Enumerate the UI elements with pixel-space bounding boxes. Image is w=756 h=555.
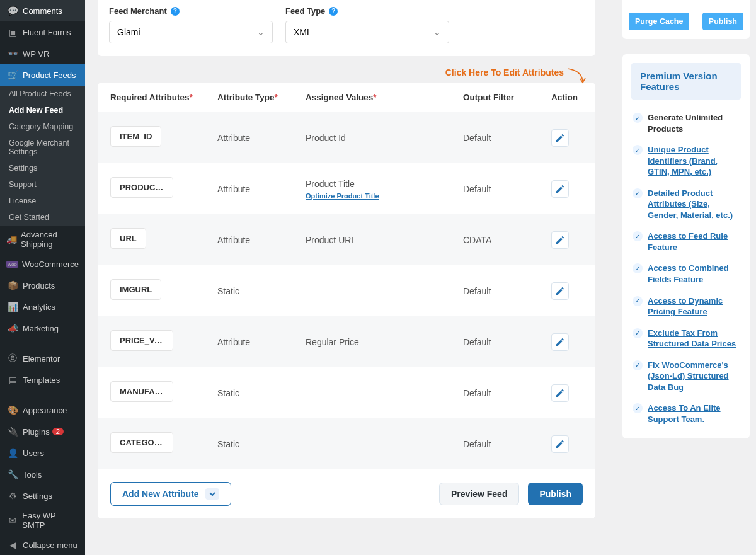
premium-feature-item: ✓Exclude Tax From Structured Data Prices xyxy=(631,323,741,355)
optimize-link[interactable]: Optimize Product Title xyxy=(306,192,463,200)
attribute-name-tag: MANUFACTU... xyxy=(110,381,173,402)
menu-icon: 👓 xyxy=(6,47,19,60)
sidebar-item-appearance[interactable]: 🎨Appearance xyxy=(0,399,85,421)
premium-feature-link[interactable]: Access to Feed Rule Feature xyxy=(648,231,740,253)
attribute-name-tag: IMGURL xyxy=(110,279,161,300)
attribute-type: Attribute xyxy=(217,337,306,347)
purge-cache-button[interactable]: Purge Cache xyxy=(629,13,689,30)
menu-icon: 📦 xyxy=(6,279,19,292)
premium-feature-link[interactable]: Exclude Tax From Structured Data Prices xyxy=(648,328,740,350)
attribute-row: CATEGORYT...StaticDefault xyxy=(98,418,595,469)
check-icon: ✓ xyxy=(633,403,643,413)
sidebar-subitem-all-product-feeds[interactable]: All Product Feeds xyxy=(0,86,85,102)
attribute-type: Static xyxy=(217,439,306,449)
edit-row-button[interactable] xyxy=(551,384,569,402)
attribute-row: PRICE_VATAttributeRegular PriceDefault xyxy=(98,316,595,367)
premium-feature-link[interactable]: Access to Dynamic Pricing Feature xyxy=(648,295,740,318)
col-header-filter: Output Filter xyxy=(463,93,551,102)
sidebar-item-label: WooCommerce xyxy=(22,260,79,269)
edit-row-button[interactable] xyxy=(551,231,569,249)
sidebar-item-label: Comments xyxy=(23,6,62,16)
sidebar-item-label: Easy WP SMTP xyxy=(22,511,79,530)
sidebar-item-analytics[interactable]: 📊Analytics xyxy=(0,296,85,318)
sidebar-item-label: Marketing xyxy=(23,324,59,333)
sidebar-item-settings[interactable]: ⚙Settings xyxy=(0,485,85,506)
premium-feature-item: ✓Fix WooCommerce's (Json-Ld) Structured … xyxy=(631,355,741,398)
menu-icon: 🛒 xyxy=(6,69,19,81)
sidebar-subitem-settings[interactable]: Settings xyxy=(0,160,85,176)
output-filter: Default xyxy=(463,388,551,398)
col-header-required: Required Attributes* xyxy=(110,93,217,102)
sidebar-subitem-add-new-feed[interactable]: Add New Feed xyxy=(0,102,85,118)
sidebar-item-elementor[interactable]: ⓔElementor xyxy=(0,348,85,369)
output-filter: Default xyxy=(463,184,551,194)
feed-merchant-label: Feed Merchant ? xyxy=(109,6,273,16)
menu-icon: ◀ xyxy=(6,539,19,551)
menu-icon: 💬 xyxy=(6,4,19,17)
sidebar-subitem-category-mapping[interactable]: Category Mapping xyxy=(0,118,85,135)
sidebar-item-templates[interactable]: ▤Templates xyxy=(0,369,85,391)
attribute-type: Attribute xyxy=(217,133,306,143)
sidebar-item-wp-vr[interactable]: 👓WP VR xyxy=(0,43,85,64)
check-icon: ✓ xyxy=(633,328,643,338)
sidebar-item-collapse-menu[interactable]: ◀Collapse menu xyxy=(0,534,85,555)
edit-row-button[interactable] xyxy=(551,180,569,198)
premium-feature-link[interactable]: Detailed Product Attributes (Size, Gende… xyxy=(648,188,740,221)
sidebar-subitem-support[interactable]: Support xyxy=(0,176,85,193)
help-icon[interactable]: ? xyxy=(171,7,180,16)
menu-icon: ▣ xyxy=(6,26,19,38)
menu-icon: 👤 xyxy=(6,447,19,459)
menu-icon: ✉ xyxy=(6,514,18,527)
sidebar-item-users[interactable]: 👤Users xyxy=(0,442,85,464)
check-icon: ✓ xyxy=(633,145,643,155)
sidebar-item-products[interactable]: 📦Products xyxy=(0,275,85,296)
publish-side-button[interactable]: Publish xyxy=(702,13,743,30)
edit-row-button[interactable] xyxy=(551,333,569,351)
attribute-row: PRODUCTNA...AttributeProduct TitleOptimi… xyxy=(98,163,595,214)
assigned-value: Product Id xyxy=(306,133,346,143)
check-icon: ✓ xyxy=(633,360,643,370)
menu-icon: 🔌 xyxy=(6,425,19,438)
sidebar-subitem-google-merchant-settings[interactable]: Google Merchant Settings xyxy=(0,135,85,160)
output-filter: CDATA xyxy=(463,235,551,245)
feed-config-panel: Feed Merchant ? Glami ⌄ Feed Type ? XML … xyxy=(98,0,595,56)
premium-feature-link[interactable]: Access to Combined Fields Feature xyxy=(648,263,740,285)
sidebar-item-tools[interactable]: 🔧Tools xyxy=(0,464,85,485)
sidebar-item-label: Elementor xyxy=(23,354,60,363)
menu-icon: woo xyxy=(6,258,18,270)
edit-row-button[interactable] xyxy=(551,282,569,300)
preview-feed-button[interactable]: Preview Feed xyxy=(439,483,520,505)
top-actions-box: Purge Cache Publish xyxy=(622,0,750,39)
premium-feature-link[interactable]: Unique Product Identifiers (Brand, GTIN,… xyxy=(648,144,740,178)
edit-row-button[interactable] xyxy=(551,129,569,147)
sidebar-item-advanced-shipping[interactable]: 🚚Advanced Shipping xyxy=(0,226,85,253)
attribute-name-tag: URL xyxy=(110,228,146,249)
sidebar-item-comments[interactable]: 💬Comments xyxy=(0,0,85,21)
sidebar-item-easy-wp-smtp[interactable]: ✉Easy WP SMTP xyxy=(0,506,85,534)
attribute-type: Static xyxy=(217,286,306,296)
edit-attributes-link[interactable]: Click Here To Edit Attributes xyxy=(445,67,564,77)
sidebar-item-woocommerce[interactable]: wooWooCommerce xyxy=(0,253,85,275)
edit-row-button[interactable] xyxy=(551,435,569,453)
sidebar-item-marketing[interactable]: 📣Marketing xyxy=(0,318,85,339)
output-filter: Default xyxy=(463,439,551,449)
feed-type-select[interactable]: XML ⌄ xyxy=(285,21,449,43)
help-icon[interactable]: ? xyxy=(329,7,338,16)
chevron-down-icon xyxy=(205,488,219,500)
premium-feature-item: ✓Access To An Elite Support Team. xyxy=(631,398,741,430)
add-new-attribute-button[interactable]: Add New Attribute xyxy=(110,482,231,506)
feed-merchant-select[interactable]: Glami ⌄ xyxy=(109,21,273,43)
sidebar-item-plugins[interactable]: 🔌Plugins2 xyxy=(0,421,85,442)
publish-button[interactable]: Publish xyxy=(528,483,583,505)
premium-feature-link[interactable]: Access To An Elite Support Team. xyxy=(648,403,740,425)
sidebar-item-fluent-forms[interactable]: ▣Fluent Forms xyxy=(0,21,85,43)
sidebar-item-label: Users xyxy=(23,449,44,458)
arrow-icon xyxy=(566,66,588,88)
sidebar-subitem-get-started[interactable]: Get Started xyxy=(0,209,85,226)
premium-feature-link[interactable]: Fix WooCommerce's (Json-Ld) Structured D… xyxy=(648,360,740,393)
attribute-type: Static xyxy=(217,388,306,398)
attribute-type: Attribute xyxy=(217,235,306,245)
update-badge: 2 xyxy=(52,428,64,435)
sidebar-item-product-feeds[interactable]: 🛒Product Feeds xyxy=(0,64,85,86)
sidebar-subitem-license[interactable]: License xyxy=(0,193,85,209)
